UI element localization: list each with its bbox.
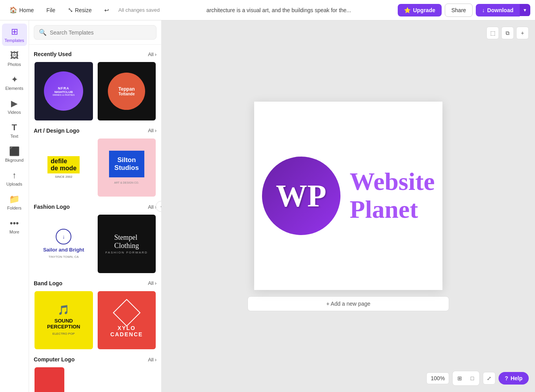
add-page-button[interactable]: + Add a new page [247,296,449,311]
fashion-title: Fashion Logo [34,204,70,210]
fullscreen-button[interactable]: ⤢ [483,372,495,385]
templates-scroll: Recently Used All › NFRA NIGHTCLUB DRINK… [29,45,161,392]
icon-sidebar: ⊞ Templates 🖼 Photos ✦ Elements ▶ Videos… [0,20,29,392]
crop-icon: ⬚ [490,30,495,36]
template-card-xylo[interactable]: XYLOCADENCE [97,290,157,350]
uploads-icon: ↑ [12,170,16,181]
wp-logo-circle: WP [262,157,340,235]
computer-section-header: Computer Logo All › [34,356,156,363]
fashion-section-header: Fashion Logo All › [34,204,156,210]
sidebar-item-photos[interactable]: 🖼 Photos [2,47,27,70]
canvas-area: ⬚ ⧉ + WP Website Planet + Add a new page [162,20,535,392]
templates-panel: 🔍 Recently Used All › NFRA NIGHTCLUB [29,20,162,392]
more-icon: ••• [10,218,19,228]
recently-used-section-header: Recently Used All › [34,51,156,57]
copy-tool-button[interactable]: ⧉ [501,27,514,39]
art-design-title: Art / Design Logo [34,128,80,134]
chevron-right-icon: › [155,128,156,133]
template-card-defile[interactable]: defilede mode SINCE 2002 [34,138,94,198]
home-icon: 🏠 [9,6,17,14]
download-button[interactable]: ↓ Download [476,4,520,16]
recently-used-all[interactable]: All › [148,51,156,57]
sidebar-item-folders[interactable]: 📁 Folders [2,191,27,213]
plus-icon: + [521,30,524,36]
wp-brand-name: Website Planet [350,168,435,223]
template-card-sailor[interactable]: ↓ Sailor and Bright TINYTON TOWN, CA [34,214,94,274]
template-card-nightclub[interactable]: NFRA NIGHTCLUB DRINKS & PARTIES [34,61,94,121]
fullscreen-icon: ⤢ [487,375,491,381]
sidebar-item-uploads[interactable]: ↑ Uploads [2,167,27,190]
chevron-right-icon: › [155,280,156,286]
band-title: Band Logo [34,280,62,286]
resize-icon: ⤡ [68,6,73,14]
saved-status: All changes saved [118,7,160,13]
search-icon: 🔍 [39,29,47,36]
recently-used-grid: NFRA NIGHTCLUB DRINKS & PARTIES Teppan T… [34,61,156,121]
search-bar-wrap: 🔍 [29,20,161,45]
wp-letters: WP [276,180,326,211]
download-options-button[interactable]: ▾ [520,4,530,16]
grid-icon: ⊞ [457,375,462,381]
canvas-content: WP Website Planet [246,141,451,251]
band-section-header: Band Logo All › [34,280,156,286]
sidebar-item-text[interactable]: T Text [2,119,27,142]
download-group: ↓ Download ▾ [476,4,530,16]
template-card-sound[interactable]: 🎵 SOUNDPERCEPTION ELECTRO POP [34,290,94,350]
zoom-level: 100% [426,372,449,384]
resize-button[interactable]: ⤡ Resize [63,4,96,16]
bkground-icon: ⬛ [9,146,20,157]
templates-icon: ⊞ [11,27,18,37]
band-all[interactable]: All › [148,280,156,286]
grid-view-button[interactable]: ⊞ [454,373,465,384]
videos-icon: ▶ [11,98,18,109]
upgrade-button[interactable]: ⭐ Upgrade [398,4,442,16]
template-card-computer1[interactable] [34,366,65,392]
main-layout: ⊞ Templates 🖼 Photos ✦ Elements ▶ Videos… [0,20,535,392]
computer-title: Computer Logo [34,356,75,363]
chevron-right-icon: › [155,357,156,363]
help-icon: ? [505,375,508,381]
bottom-bar: 100% ⊞ □ ⤢ ? Help [426,371,529,386]
elements-icon: ✦ [11,75,18,85]
sidebar-item-templates[interactable]: ⊞ Templates [2,24,27,46]
sidebar-item-bkground[interactable]: ⬛ Bkground [2,143,27,166]
template-card-stempel[interactable]: StempelClothing FASHION FORWARD [97,214,157,274]
recently-used-title: Recently Used [34,51,71,57]
art-design-all[interactable]: All › [148,128,156,133]
sidebar-item-videos[interactable]: ▶ Videos [2,95,27,118]
single-icon: □ [471,375,474,381]
search-bar: 🔍 [34,25,156,40]
upgrade-icon: ⭐ [404,7,411,13]
chevron-down-icon: ▾ [524,7,526,13]
help-button[interactable]: ? Help [499,372,529,385]
fashion-all[interactable]: All › [148,204,156,210]
template-card-teppan[interactable]: Teppan Tottande [97,61,157,121]
computer-all[interactable]: All › [148,357,156,363]
view-toggle: ⊞ □ [452,371,480,386]
undo-button[interactable]: ↩ [100,5,114,16]
crop-tool-button[interactable]: ⬚ [486,27,499,39]
art-design-grid: defilede mode SINCE 2002 SiltonStudios A… [34,138,156,198]
topbar: 🏠 Home File ⤡ Resize ↩ All changes saved… [0,0,535,20]
copy-icon: ⧉ [506,30,510,36]
single-view-button[interactable]: □ [467,373,478,384]
template-card-silton[interactable]: SiltonStudios ART & DESIGN CO. [97,138,157,198]
text-icon: T [12,122,17,133]
undo-icon: ↩ [104,7,109,13]
share-button[interactable]: Share [445,4,473,17]
band-grid: 🎵 SOUNDPERCEPTION ELECTRO POP XYLOCADENC… [34,290,156,350]
art-design-section-header: Art / Design Logo All › [34,128,156,134]
canvas-toolbar: ⬚ ⧉ + [486,27,529,39]
file-button[interactable]: File [42,5,60,16]
folders-icon: 📁 [9,194,20,204]
photos-icon: 🖼 [10,51,19,61]
chevron-right-icon: › [155,51,156,57]
sidebar-item-elements[interactable]: ✦ Elements [2,71,27,94]
add-tool-button[interactable]: + [516,27,529,39]
sidebar-item-more[interactable]: ••• More [2,215,27,237]
search-input[interactable] [50,29,151,36]
computer-grid [34,366,156,392]
home-button[interactable]: 🏠 Home [5,4,38,16]
fashion-grid: ↓ Sailor and Bright TINYTON TOWN, CA Ste… [34,214,156,274]
download-icon: ↓ [482,7,485,13]
